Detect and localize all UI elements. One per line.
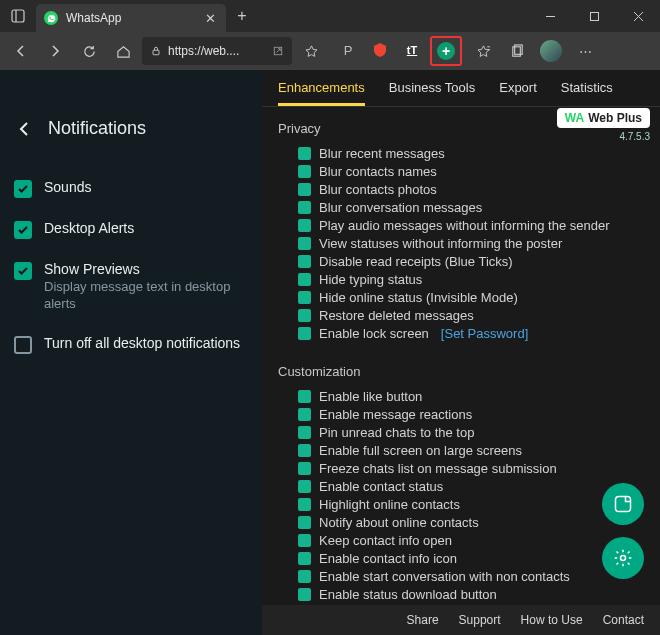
setting-label: Blur recent messages — [319, 146, 445, 161]
tab-export[interactable]: Export — [499, 80, 537, 106]
setting-item[interactable]: Enable contact status — [298, 479, 644, 494]
close-tab-icon[interactable]: ✕ — [205, 11, 216, 26]
checkbox-icon[interactable] — [298, 201, 311, 214]
setting-item[interactable]: Enable start conversation with non conta… — [298, 569, 644, 584]
setting-label: Pin unread chats to the top — [319, 425, 474, 440]
maximize-button[interactable] — [572, 0, 616, 32]
checkbox-icon[interactable] — [298, 552, 311, 565]
checkbox-icon[interactable] — [298, 219, 311, 232]
setting-item[interactable]: Enable lock screen[Set Password] — [298, 326, 644, 341]
checkbox-icon[interactable] — [298, 516, 311, 529]
checkbox-icon[interactable] — [298, 327, 311, 340]
lock-icon — [150, 45, 162, 57]
back-button[interactable] — [6, 36, 36, 66]
favorite-button[interactable] — [296, 36, 326, 66]
browser-tab[interactable]: WhatsApp ✕ — [36, 4, 226, 32]
checkbox-icon[interactable] — [298, 408, 311, 421]
setting-item[interactable]: Blur recent messages — [298, 146, 644, 161]
checkbox-checked-icon[interactable] — [14, 180, 32, 198]
extension-panel: EnhancementsBusiness ToolsExportStatisti… — [262, 70, 660, 635]
setting-label: Blur contacts photos — [319, 182, 437, 197]
checkbox-icon[interactable] — [298, 255, 311, 268]
close-window-button[interactable] — [616, 0, 660, 32]
checkbox-icon[interactable] — [298, 498, 311, 511]
checkbox-icon[interactable] — [298, 165, 311, 178]
extension-webplus-icon[interactable]: + — [430, 36, 462, 66]
setting-item[interactable]: Hide typing status — [298, 272, 644, 287]
notification-option[interactable]: Sounds — [14, 179, 248, 198]
extension-pinterest-icon[interactable]: P — [334, 36, 362, 64]
setting-item[interactable]: Enable like button — [298, 389, 644, 404]
tab-business-tools[interactable]: Business Tools — [389, 80, 475, 106]
panel-footer: ShareSupportHow to UseContact — [262, 605, 660, 635]
collections-button[interactable] — [502, 36, 532, 66]
checkbox-icon[interactable] — [298, 237, 311, 250]
option-label: Desktop Alerts — [44, 220, 134, 236]
footer-link-share[interactable]: Share — [407, 613, 439, 627]
tab-title: WhatsApp — [66, 11, 197, 25]
setting-item[interactable]: Pin unread chats to the top — [298, 425, 644, 440]
checkbox-icon[interactable] — [298, 444, 311, 457]
checkbox-icon[interactable] — [298, 426, 311, 439]
checkbox-unchecked-icon[interactable] — [14, 336, 32, 354]
setting-item[interactable]: Enable full screen on large screens — [298, 443, 644, 458]
footer-link-how-to-use[interactable]: How to Use — [521, 613, 583, 627]
setting-item[interactable]: Enable status download button — [298, 587, 644, 602]
extension-adblock-icon[interactable] — [366, 36, 394, 64]
checkbox-icon[interactable] — [298, 390, 311, 403]
setting-item[interactable]: Blur conversation messages — [298, 200, 644, 215]
checkbox-icon[interactable] — [298, 534, 311, 547]
footer-link-contact[interactable]: Contact — [603, 613, 644, 627]
notification-option[interactable]: Turn off all desktop notifications — [14, 335, 248, 354]
setting-item[interactable]: Blur contacts names — [298, 164, 644, 179]
back-arrow-icon[interactable] — [14, 119, 34, 139]
footer-link-support[interactable]: Support — [459, 613, 501, 627]
home-button[interactable] — [108, 36, 138, 66]
setting-item[interactable]: Blur contacts photos — [298, 182, 644, 197]
tab-enhancements[interactable]: Enhancements — [278, 80, 365, 106]
checkbox-icon[interactable] — [298, 309, 311, 322]
url-text: https://web.... — [168, 44, 239, 58]
setting-item[interactable]: Keep contact info open — [298, 533, 644, 548]
profile-button[interactable] — [536, 36, 566, 66]
notification-option[interactable]: Desktop Alerts — [14, 220, 248, 239]
extension-text-icon[interactable]: tT — [398, 36, 426, 64]
checkbox-checked-icon[interactable] — [14, 262, 32, 280]
checkbox-icon[interactable] — [298, 273, 311, 286]
checkbox-icon[interactable] — [298, 480, 311, 493]
setting-item[interactable]: Disable read receipts (Blue Ticks) — [298, 254, 644, 269]
section-privacy: PrivacyBlur recent messagesBlur contacts… — [262, 107, 660, 350]
setting-item[interactable]: Play audio messages without informing th… — [298, 218, 644, 233]
open-external-icon[interactable] — [272, 45, 284, 57]
favorites-menu-button[interactable] — [468, 36, 498, 66]
refresh-button[interactable] — [74, 36, 104, 66]
setting-item[interactable]: Enable contact info icon — [298, 551, 644, 566]
brand-badge[interactable]: WA Web Plus — [557, 108, 650, 128]
checkbox-icon[interactable] — [298, 147, 311, 160]
setting-item[interactable]: Highlight online contacts — [298, 497, 644, 512]
setting-item[interactable]: Restore deleted messages — [298, 308, 644, 323]
set-password-link[interactable]: [Set Password] — [441, 326, 528, 341]
tab-actions-button[interactable] — [0, 0, 36, 32]
settings-fab[interactable] — [602, 537, 644, 579]
new-tab-button[interactable]: + — [226, 7, 258, 25]
checkbox-checked-icon[interactable] — [14, 221, 32, 239]
checkbox-icon[interactable] — [298, 570, 311, 583]
sticker-fab[interactable] — [602, 483, 644, 525]
minimize-button[interactable] — [528, 0, 572, 32]
checkbox-icon[interactable] — [298, 183, 311, 196]
setting-item[interactable]: Notify about online contacts — [298, 515, 644, 530]
tab-statistics[interactable]: Statistics — [561, 80, 613, 106]
setting-label: Restore deleted messages — [319, 308, 474, 323]
notification-option[interactable]: Show PreviewsDisplay message text in des… — [14, 261, 248, 313]
more-menu-button[interactable]: ⋯ — [570, 36, 600, 66]
setting-item[interactable]: View statuses without informing the post… — [298, 236, 644, 251]
checkbox-icon[interactable] — [298, 462, 311, 475]
address-bar[interactable]: https://web.... — [142, 37, 292, 65]
checkbox-icon[interactable] — [298, 588, 311, 601]
setting-item[interactable]: Freeze chats list on message submission — [298, 461, 644, 476]
forward-button[interactable] — [40, 36, 70, 66]
checkbox-icon[interactable] — [298, 291, 311, 304]
setting-item[interactable]: Enable message reactions — [298, 407, 644, 422]
setting-item[interactable]: Hide online status (Invisible Mode) — [298, 290, 644, 305]
